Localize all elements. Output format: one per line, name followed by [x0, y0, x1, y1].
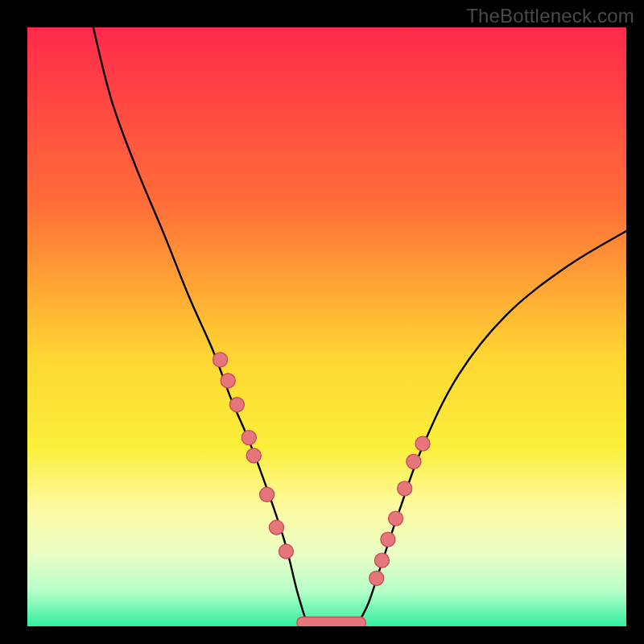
marker-dot [260, 487, 275, 502]
chart-frame: TheBottleneck.com [0, 0, 644, 644]
marker-dot [246, 448, 261, 463]
marker-dot [229, 398, 244, 412]
watermark-text: TheBottleneck.com [466, 5, 634, 27]
plot-area [27, 27, 626, 626]
marker-dot [407, 454, 421, 469]
marker-dot [374, 553, 389, 568]
marker-dot [279, 544, 293, 559]
valley-floor-bar [297, 617, 366, 626]
marker-dot [415, 436, 430, 451]
marker-dot [398, 481, 412, 496]
marker-dot [369, 571, 384, 585]
marker-dot [389, 511, 403, 526]
marker-dot [381, 532, 395, 547]
chart-svg [27, 27, 626, 626]
marker-dot [270, 520, 284, 535]
marker-dot [242, 431, 256, 445]
marker-dot [221, 374, 235, 388]
marker-dot [213, 353, 228, 367]
